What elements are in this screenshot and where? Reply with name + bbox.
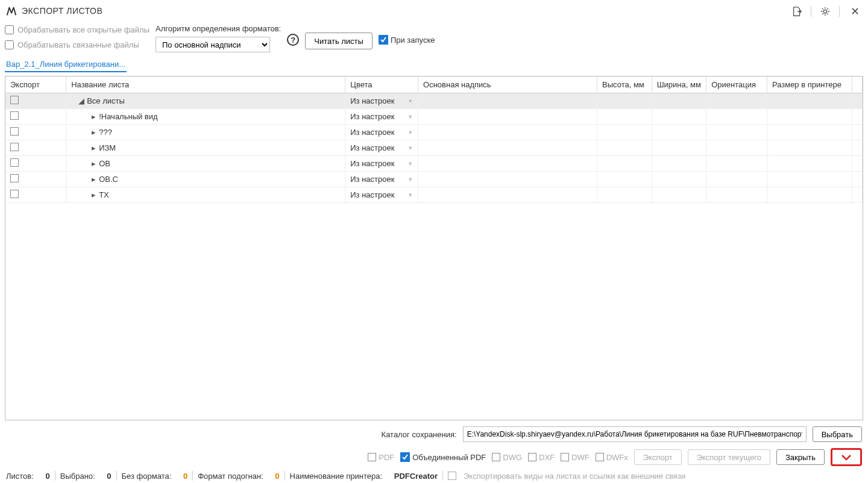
expand-icon[interactable]: ▸ xyxy=(90,128,96,137)
help-icon[interactable]: ? xyxy=(287,34,299,46)
expand-icon[interactable]: ▸ xyxy=(90,159,96,168)
format-pdf-checkbox[interactable]: PDF xyxy=(368,453,394,462)
status-selected-value: 0 xyxy=(107,472,111,481)
col-stamp[interactable]: Основная надпись xyxy=(418,76,597,93)
svg-point-0 xyxy=(823,10,826,13)
status-bar: Листов: 0 Выбрано: 0 Без формата: 0 Форм… xyxy=(0,469,868,483)
colors-dropdown[interactable]: Из настроек▼ xyxy=(345,109,418,125)
col-export[interactable]: Экспорт xyxy=(5,76,66,93)
col-height[interactable]: Высота, мм xyxy=(597,76,652,93)
on-startup-checkbox[interactable]: При запуске xyxy=(379,35,435,45)
collapse-icon[interactable]: ◢ xyxy=(78,96,84,105)
sheets-grid: Экспорт Название листа Цвета Основная на… xyxy=(5,76,863,420)
export-checkbox[interactable] xyxy=(10,143,19,151)
read-sheets-button[interactable]: Читать листы xyxy=(305,33,373,49)
colors-dropdown[interactable]: Из настроек▼ xyxy=(345,156,418,172)
checkbox-checked-icon xyxy=(400,452,410,462)
colors-dropdown[interactable]: Из настроек▼ xyxy=(345,172,418,187)
format-merged-pdf-checkbox[interactable]: Объединенный PDF xyxy=(400,452,486,462)
sheet-name: ТХ xyxy=(99,190,109,199)
col-width[interactable]: Ширина, мм xyxy=(652,76,706,93)
expand-icon[interactable]: ▸ xyxy=(90,143,96,152)
colors-dropdown[interactable]: Из настроек▼ xyxy=(345,187,418,203)
status-noformat-label: Без формата: xyxy=(122,472,172,481)
app-logo-icon xyxy=(6,5,17,16)
format-dwf-checkbox[interactable]: DWF xyxy=(561,453,590,462)
colors-dropdown[interactable]: Из настроек▼ xyxy=(345,125,418,140)
all-sheets-row[interactable]: ◢Все листы Из настроек▼ xyxy=(5,93,863,109)
status-fit-value: 0 xyxy=(275,472,279,481)
separator xyxy=(839,6,840,17)
table-row[interactable]: ▸ТХИз настроек▼ xyxy=(5,187,863,203)
expand-icon[interactable]: ▸ xyxy=(90,175,96,184)
save-path-bar: Каталог сохранения: Выбрать xyxy=(0,420,868,444)
algorithm-label: Алгоритм определения форматов: xyxy=(156,24,281,33)
table-row[interactable]: ▸ИЗМИз настроек▼ xyxy=(5,140,863,156)
export-current-button[interactable]: Экспорт текущего xyxy=(688,449,770,465)
close-button[interactable]: Закрыть xyxy=(776,449,825,465)
checkbox-icon[interactable] xyxy=(5,25,14,34)
checkbox-checked-icon xyxy=(379,35,388,45)
col-orient[interactable]: Ориентация xyxy=(706,76,767,93)
process-linked-files-checkbox[interactable]: Обрабатывать связанные файлы xyxy=(5,40,149,49)
tab-bar: Вар_2.1_Линия брикетировани... xyxy=(0,55,868,72)
status-sheets-label: Листов: xyxy=(6,472,34,481)
table-row[interactable]: ▸ОВ.СИз настроек▼ xyxy=(5,172,863,187)
format-dwg-checkbox[interactable]: DWG xyxy=(492,453,522,462)
export-views-checkbox[interactable] xyxy=(448,472,456,480)
export-checkbox[interactable] xyxy=(10,111,19,120)
save-path-input[interactable] xyxy=(463,426,807,442)
expand-icon[interactable]: ▸ xyxy=(90,112,96,121)
export-file-icon[interactable] xyxy=(791,6,802,17)
status-selected-label: Выбрано: xyxy=(60,472,95,481)
gear-icon[interactable] xyxy=(820,6,831,17)
expand-icon[interactable]: ▸ xyxy=(90,190,96,199)
separator xyxy=(811,6,811,17)
col-colors[interactable]: Цвета xyxy=(345,76,418,93)
titlebar: ЭКСПОРТ ЛИСТОВ ✕ xyxy=(0,0,868,22)
sheet-name: ОВ xyxy=(99,159,110,168)
sheet-name: ИЗМ xyxy=(99,143,116,152)
table-header: Экспорт Название листа Цвета Основная на… xyxy=(5,76,863,93)
format-dwfx-checkbox[interactable]: DWFx xyxy=(596,453,628,462)
window-title: ЭКСПОРТ ЛИСТОВ xyxy=(22,6,102,16)
scrollbar-gutter xyxy=(852,76,862,93)
col-psize[interactable]: Размер в принтере xyxy=(767,76,852,93)
checkbox-icon[interactable] xyxy=(5,40,14,49)
export-checkbox[interactable] xyxy=(10,174,19,182)
export-button[interactable]: Экспорт xyxy=(634,449,682,465)
status-fit-label: Формат подогнан: xyxy=(198,472,263,481)
col-name[interactable]: Название листа xyxy=(66,76,345,93)
export-checkbox[interactable] xyxy=(10,190,19,198)
process-open-files-checkbox[interactable]: Обрабатывать все открытые файлы xyxy=(5,25,149,34)
table-row[interactable]: ▸!Начальный видИз настроек▼ xyxy=(5,109,863,125)
colors-dropdown[interactable]: Из настроек▼ xyxy=(345,140,418,156)
format-dxf-checkbox[interactable]: DXF xyxy=(528,453,555,462)
save-path-label: Каталог сохранения: xyxy=(382,430,457,439)
choose-path-button[interactable]: Выбрать xyxy=(813,426,862,442)
status-sheets-value: 0 xyxy=(45,472,49,481)
file-tab[interactable]: Вар_2.1_Линия брикетировани... xyxy=(5,57,127,72)
export-checkbox[interactable] xyxy=(10,127,19,136)
format-bar: PDF Объединенный PDF DWG DXF DWF DWFx Эк… xyxy=(0,444,868,470)
status-noformat-value: 0 xyxy=(183,472,187,481)
close-button[interactable]: ✕ xyxy=(848,5,862,18)
export-checkbox[interactable] xyxy=(10,96,19,104)
table-row[interactable]: ▸???Из настроек▼ xyxy=(5,125,863,140)
status-export-views-label: Экспортировать виды на листах и ссылки к… xyxy=(464,472,685,481)
status-printer-label: Наименование принтера: xyxy=(290,472,383,481)
colors-dropdown[interactable]: Из настроек▼ xyxy=(345,93,418,109)
sheet-name: ОВ.С xyxy=(99,175,118,184)
status-printer-value: PDFCreator xyxy=(394,472,438,481)
table-row[interactable]: ▸ОВИз настроек▼ xyxy=(5,156,863,172)
toolbar: Обрабатывать все открытые файлы Обрабаты… xyxy=(0,22,868,55)
algorithm-select[interactable]: По основной надписи xyxy=(156,37,270,52)
sheet-name: !Начальный вид xyxy=(99,112,157,121)
export-checkbox[interactable] xyxy=(10,158,19,167)
expand-highlight-button[interactable] xyxy=(831,448,862,466)
sheet-name: ??? xyxy=(99,128,112,137)
